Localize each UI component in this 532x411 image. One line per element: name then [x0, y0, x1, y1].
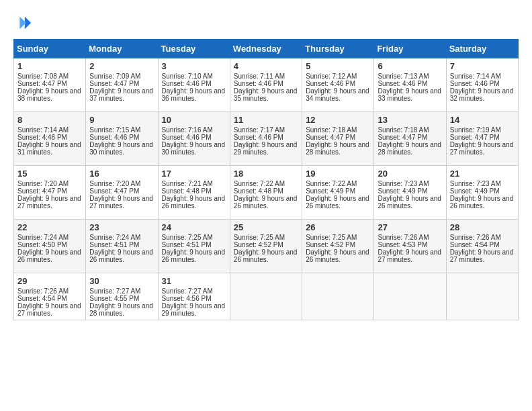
sunrise-label: Sunrise: 7:20 AM: [89, 180, 140, 187]
calendar-cell: 18Sunrise: 7:22 AMSunset: 4:48 PMDayligh…: [230, 166, 302, 220]
day-number: 29: [17, 276, 82, 286]
sunset-label: Sunset: 4:47 PM: [17, 80, 67, 87]
day-number: 5: [306, 61, 370, 71]
calendar-cell: 17Sunrise: 7:21 AMSunset: 4:48 PMDayligh…: [158, 166, 230, 220]
sunset-label: Sunset: 4:51 PM: [89, 241, 139, 248]
sunset-label: Sunset: 4:47 PM: [450, 134, 500, 141]
day-number: 6: [378, 61, 442, 71]
day-number: 16: [89, 169, 154, 179]
daylight-label: Daylight: 9 hours and 31 minutes.: [17, 141, 81, 156]
day-number: 7: [450, 61, 515, 71]
daylight-label: Daylight: 9 hours and 30 minutes.: [89, 141, 153, 156]
sunset-label: Sunset: 4:49 PM: [450, 187, 500, 195]
sunrise-label: Sunrise: 7:26 AM: [17, 287, 69, 295]
daylight-label: Daylight: 9 hours and 38 minutes.: [17, 87, 81, 102]
daylight-label: Daylight: 9 hours and 26 minutes.: [450, 195, 514, 210]
calendar-cell: [230, 273, 302, 320]
calendar-cell: 5Sunrise: 7:12 AMSunset: 4:46 PMDaylight…: [302, 58, 374, 112]
day-number: 14: [450, 115, 515, 125]
calendar-cell: 11Sunrise: 7:17 AMSunset: 4:46 PMDayligh…: [230, 112, 302, 166]
col-friday: Friday: [374, 40, 446, 58]
sunrise-label: Sunrise: 7:26 AM: [450, 234, 501, 241]
day-number: 23: [89, 222, 154, 232]
calendar-cell: 1Sunrise: 7:08 AMSunset: 4:47 PMDaylight…: [14, 58, 86, 112]
day-number: 26: [306, 222, 370, 232]
daylight-label: Daylight: 9 hours and 29 minutes.: [234, 141, 298, 156]
day-number: 4: [234, 61, 298, 71]
col-monday: Monday: [86, 40, 158, 58]
sunrise-label: Sunrise: 7:12 AM: [306, 73, 357, 80]
sunrise-label: Sunrise: 7:18 AM: [378, 126, 429, 134]
sunrise-label: Sunrise: 7:23 AM: [378, 180, 429, 187]
sunset-label: Sunset: 4:46 PM: [378, 80, 427, 87]
col-sunday: Sunday: [14, 40, 86, 58]
sunrise-label: Sunrise: 7:17 AM: [234, 126, 285, 134]
sunset-label: Sunset: 4:55 PM: [89, 295, 139, 302]
sunrise-label: Sunrise: 7:14 AM: [450, 73, 501, 80]
col-thursday: Thursday: [302, 40, 374, 58]
daylight-label: Daylight: 9 hours and 26 minutes.: [89, 248, 153, 263]
day-number: 30: [89, 276, 154, 286]
sunrise-label: Sunrise: 7:08 AM: [17, 73, 69, 80]
sunrise-label: Sunrise: 7:22 AM: [306, 180, 357, 187]
sunset-label: Sunset: 4:47 PM: [89, 187, 139, 195]
day-number: 12: [306, 115, 370, 125]
daylight-label: Daylight: 9 hours and 26 minutes.: [306, 195, 369, 210]
sunset-label: Sunset: 4:47 PM: [378, 134, 427, 141]
sunset-label: Sunset: 4:54 PM: [450, 241, 500, 248]
daylight-label: Daylight: 9 hours and 29 minutes.: [162, 302, 226, 317]
daylight-label: Daylight: 9 hours and 33 minutes.: [378, 87, 441, 102]
sunset-label: Sunset: 4:46 PM: [162, 80, 212, 87]
daylight-label: Daylight: 9 hours and 26 minutes.: [17, 248, 81, 263]
col-tuesday: Tuesday: [158, 40, 230, 58]
sunset-label: Sunset: 4:46 PM: [234, 80, 283, 87]
sunset-label: Sunset: 4:48 PM: [162, 187, 212, 195]
day-number: 25: [234, 222, 298, 232]
day-number: 24: [162, 222, 226, 232]
daylight-label: Daylight: 9 hours and 37 minutes.: [89, 87, 153, 102]
day-number: 17: [162, 169, 226, 179]
calendar-cell: 8Sunrise: 7:14 AMSunset: 4:46 PMDaylight…: [14, 112, 86, 166]
day-number: 13: [378, 115, 442, 125]
sunset-label: Sunset: 4:46 PM: [17, 134, 67, 141]
calendar-cell: 6Sunrise: 7:13 AMSunset: 4:46 PMDaylight…: [374, 58, 446, 112]
calendar-cell: 21Sunrise: 7:23 AMSunset: 4:49 PMDayligh…: [446, 166, 518, 220]
sunset-label: Sunset: 4:49 PM: [378, 187, 427, 195]
calendar-cell: 31Sunrise: 7:27 AMSunset: 4:56 PMDayligh…: [158, 273, 230, 320]
daylight-label: Daylight: 9 hours and 36 minutes.: [162, 87, 226, 102]
sunset-label: Sunset: 4:50 PM: [17, 241, 67, 248]
sunrise-label: Sunrise: 7:23 AM: [450, 180, 501, 187]
sunrise-label: Sunrise: 7:16 AM: [162, 126, 213, 134]
daylight-label: Daylight: 9 hours and 30 minutes.: [162, 141, 226, 156]
calendar-cell: [302, 273, 374, 320]
daylight-label: Daylight: 9 hours and 34 minutes.: [306, 87, 369, 102]
sunset-label: Sunset: 4:46 PM: [450, 80, 500, 87]
sunset-label: Sunset: 4:52 PM: [306, 241, 355, 248]
daylight-label: Daylight: 9 hours and 28 minutes.: [89, 302, 153, 317]
sunrise-label: Sunrise: 7:24 AM: [89, 234, 140, 241]
daylight-label: Daylight: 9 hours and 26 minutes.: [162, 195, 226, 210]
sunrise-label: Sunrise: 7:10 AM: [162, 73, 213, 80]
sunset-label: Sunset: 4:54 PM: [17, 295, 67, 302]
calendar-cell: [446, 273, 518, 320]
daylight-label: Daylight: 9 hours and 26 minutes.: [378, 195, 441, 210]
daylight-label: Daylight: 9 hours and 26 minutes.: [306, 248, 369, 263]
daylight-label: Daylight: 9 hours and 27 minutes.: [17, 302, 81, 317]
calendar-cell: 24Sunrise: 7:25 AMSunset: 4:51 PMDayligh…: [158, 220, 230, 273]
sunset-label: Sunset: 4:47 PM: [17, 187, 67, 195]
sunrise-label: Sunrise: 7:25 AM: [234, 234, 285, 241]
daylight-label: Daylight: 9 hours and 27 minutes.: [17, 195, 81, 210]
sunset-label: Sunset: 4:46 PM: [162, 134, 212, 141]
calendar-cell: 25Sunrise: 7:25 AMSunset: 4:52 PMDayligh…: [230, 220, 302, 273]
sunrise-label: Sunrise: 7:14 AM: [17, 126, 69, 134]
sunrise-label: Sunrise: 7:19 AM: [450, 126, 501, 134]
calendar-cell: 4Sunrise: 7:11 AMSunset: 4:46 PMDaylight…: [230, 58, 302, 112]
sunset-label: Sunset: 4:46 PM: [89, 134, 139, 141]
sunset-label: Sunset: 4:47 PM: [306, 134, 355, 141]
sunrise-label: Sunrise: 7:26 AM: [378, 234, 429, 241]
sunrise-label: Sunrise: 7:21 AM: [162, 180, 213, 187]
daylight-label: Daylight: 9 hours and 26 minutes.: [234, 248, 298, 263]
day-number: 1: [17, 61, 82, 71]
col-wednesday: Wednesday: [230, 40, 302, 58]
day-number: 10: [162, 115, 226, 125]
